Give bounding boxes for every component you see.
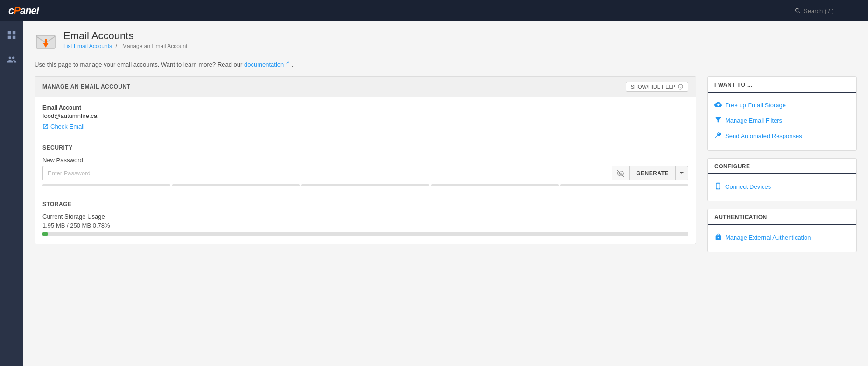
right-section-title-i-want-to: I WANT TO ... <box>714 82 850 88</box>
right-section-header-i-want-to: I WANT TO ... <box>708 77 856 93</box>
filter-icon <box>714 116 722 125</box>
lock-icon <box>714 233 722 242</box>
topnav: cPanel <box>0 0 868 21</box>
content-cols: MANAGE AN EMAIL ACCOUNT SHOW/HIDE HELP ?… <box>35 76 857 260</box>
right-section-title-configure: CONFIGURE <box>714 163 850 170</box>
page-icon <box>35 30 57 52</box>
page-title-block: Email Accounts List Email Accounts / Man… <box>63 30 189 49</box>
storage-value: 1.95 MB / 250 MB 0.78% <box>42 222 688 229</box>
right-section-header-authentication: AUTHENTICATION <box>708 209 856 225</box>
breadcrumb-parent-link[interactable]: List Email Accounts <box>63 43 112 49</box>
description-text: Use this page to manage your email accou… <box>35 60 857 68</box>
strength-bar-1 <box>42 184 170 186</box>
link-free-up-storage[interactable]: Free up Email Storage <box>714 97 850 113</box>
page-title: Email Accounts <box>63 30 189 42</box>
search-bar[interactable] <box>794 7 860 14</box>
left-panel: MANAGE AN EMAIL ACCOUNT SHOW/HIDE HELP ?… <box>35 76 696 244</box>
storage-progress-fill <box>42 232 48 236</box>
strength-bar-4 <box>431 184 559 186</box>
search-input[interactable] <box>804 7 860 14</box>
eye-off-icon <box>617 170 624 177</box>
link-manage-external-authentication[interactable]: Manage External Authentication <box>714 230 850 245</box>
strength-bar-2 <box>172 184 300 186</box>
card-title: MANAGE AN EMAIL ACCOUNT <box>42 83 130 90</box>
external-link-icon: ➚ <box>286 60 290 65</box>
link-connect-devices[interactable]: Connect Devices <box>714 179 850 194</box>
email-account-label: Email Account <box>42 104 688 111</box>
help-circle-icon: ? <box>678 84 683 90</box>
card-header: MANAGE AN EMAIL ACCOUNT SHOW/HIDE HELP ? <box>35 77 696 97</box>
show-hide-help-button[interactable]: SHOW/HIDE HELP ? <box>626 82 688 92</box>
right-section-i-want-to: I WANT TO ... Free up Email Storage <box>707 76 857 151</box>
link-manage-email-filters[interactable]: Manage Email Filters <box>714 113 850 128</box>
right-section-configure: CONFIGURE Connect Devices <box>707 158 857 201</box>
check-email-link[interactable]: Check Email <box>42 123 84 130</box>
generate-dropdown-button[interactable] <box>676 166 688 180</box>
right-section-body-configure: Connect Devices <box>708 174 856 201</box>
current-storage-label: Current Storage Usage <box>42 213 688 220</box>
password-input[interactable] <box>42 166 612 180</box>
chevron-down-icon <box>679 171 684 175</box>
password-row: GENERATE <box>42 166 688 180</box>
breadcrumb-current: Manage an Email Account <box>122 43 187 49</box>
password-toggle-button[interactable] <box>612 166 629 180</box>
storage-title: STORAGE <box>42 201 688 207</box>
storage-section: STORAGE Current Storage Usage 1.95 MB / … <box>42 201 688 236</box>
sidebar <box>0 21 23 366</box>
main-content: Email Accounts List Email Accounts / Man… <box>23 21 868 366</box>
strength-bar-3 <box>301 184 429 186</box>
external-link-icon <box>42 124 49 130</box>
strength-bars <box>42 184 688 186</box>
search-icon <box>794 7 801 14</box>
right-section-header-configure: CONFIGURE <box>708 159 856 174</box>
right-section-title-authentication: AUTHENTICATION <box>714 214 850 221</box>
right-panel: I WANT TO ... Free up Email Storage <box>707 76 857 260</box>
breadcrumb-separator: / <box>115 43 117 49</box>
svg-rect-2 <box>45 39 47 44</box>
new-password-label: New Password <box>42 157 688 164</box>
sidebar-icon-users[interactable] <box>4 52 20 69</box>
strength-bar-5 <box>560 184 688 186</box>
logo: cPanel <box>8 5 39 17</box>
cloud-upload-icon <box>714 101 722 110</box>
right-section-body-authentication: Manage External Authentication <box>708 225 856 252</box>
security-title: SECURITY <box>42 145 688 151</box>
mobile-icon <box>714 182 722 191</box>
sidebar-icon-grid[interactable] <box>4 27 20 44</box>
right-section-body-i-want-to: Free up Email Storage Manage Email Filte… <box>708 93 856 150</box>
svg-text:?: ? <box>680 85 682 88</box>
documentation-link[interactable]: documentation ➚ <box>244 61 292 68</box>
breadcrumb: List Email Accounts / Manage an Email Ac… <box>63 43 189 49</box>
storage-progress-bg <box>42 232 688 236</box>
email-account-value: food@autumnfire.ca <box>42 112 688 119</box>
page-header: Email Accounts List Email Accounts / Man… <box>35 30 857 52</box>
security-section: SECURITY New Password GENERATE <box>42 145 688 186</box>
right-section-authentication: AUTHENTICATION Manage External Authentic… <box>707 209 857 252</box>
link-send-automated-responses[interactable]: Send Automated Responses <box>714 128 850 144</box>
email-account-section: Email Account food@autumnfire.ca Check E… <box>42 104 688 131</box>
generate-button[interactable]: GENERATE <box>629 166 676 180</box>
card-body: Email Account food@autumnfire.ca Check E… <box>35 97 696 244</box>
wrench-icon <box>714 131 722 140</box>
